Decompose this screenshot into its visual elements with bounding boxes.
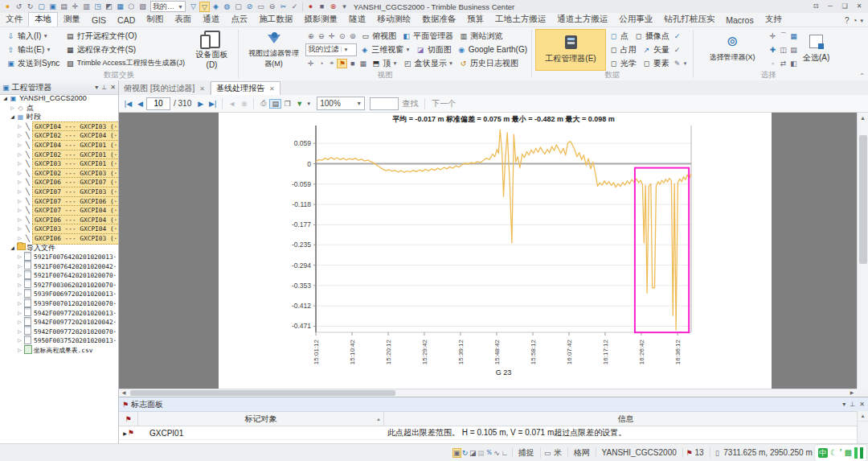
tree-item-file-1[interactable]: ▷5921F0076420201020042··· — [0, 262, 118, 272]
angle-status-icon[interactable]: ∟ — [501, 449, 509, 457]
expand-icon[interactable]: ▷ — [16, 281, 23, 290]
next-page-button[interactable]: ▶ — [194, 100, 207, 108]
history-log-button[interactable]: ↺历史日志视图 — [456, 56, 521, 70]
zoom-window-icon[interactable]: ⊙ — [337, 32, 347, 40]
expand-icon[interactable]: ▷ — [16, 216, 23, 225]
panel-menu-icon[interactable]: ▾ — [95, 84, 98, 91]
flag-filter-icon[interactable]: ⚑ — [337, 59, 347, 68]
select-invert-icon[interactable]: ⇄ — [778, 60, 788, 68]
select-half-icon[interactable]: ◧ — [788, 60, 799, 68]
expand-icon[interactable]: ▷ — [16, 346, 23, 356]
ribbon-tab-13[interactable]: 数据准备 — [416, 13, 461, 27]
prev-page-button[interactable]: ◀ — [134, 100, 146, 108]
new-doc-icon[interactable]: ▢ — [233, 2, 244, 12]
tree-item-file-4[interactable]: ▷5939F0069720201020013··· — [0, 290, 118, 299]
qat-filter-combo[interactable]: 我的… ▼ — [150, 1, 186, 12]
save-project-icon[interactable]: ▤ — [59, 2, 69, 12]
walk-icon[interactable]: ⌖ — [326, 59, 337, 68]
scrollbar-thumb[interactable] — [859, 135, 867, 264]
find-next-button[interactable]: 下一个 — [432, 98, 456, 109]
expand-icon[interactable]: ▷ — [16, 336, 23, 346]
expand-icon[interactable]: ▷ — [16, 253, 23, 262]
plan-view-qat-icon[interactable]: ▦ — [115, 2, 125, 12]
filter-active-icon[interactable]: ▽ — [199, 2, 210, 12]
open-project-icon[interactable]: ▣ — [47, 2, 58, 12]
minimize-button[interactable]: ─ — [823, 0, 837, 12]
project-explorer-button[interactable]: 工程管理器(E) — [535, 29, 606, 71]
ribbon-tab-16[interactable]: 通道土方搬运 — [551, 13, 613, 27]
points-button[interactable]: ◻点 — [606, 29, 631, 43]
expand-icon[interactable]: ▷ — [16, 318, 23, 327]
ribbon-tab-18[interactable]: 钻孔打桩压实 — [658, 13, 720, 27]
page-setup-icon[interactable]: ❐ — [281, 100, 293, 108]
qat-overflow-icon[interactable]: ▾ — [339, 2, 350, 12]
shade-icon[interactable]: ■ — [347, 60, 358, 68]
chevron-down-icon[interactable]: ▼ — [178, 4, 183, 10]
ribbon-tab-8[interactable]: 点云 — [225, 13, 253, 27]
data-check1-icon[interactable]: ✓ — [672, 32, 682, 40]
ribbon-tab-6[interactable]: 表面 — [169, 13, 197, 27]
eraser-icon[interactable]: ⊖ — [267, 2, 277, 12]
select-lasso-icon[interactable]: ⌒ — [778, 31, 788, 41]
select-add-icon[interactable]: ✚ — [768, 46, 778, 54]
last-page-button[interactable]: ▶| — [207, 100, 219, 108]
cutting-plane-button[interactable]: ◪切面图 — [413, 43, 454, 56]
ribbon-tab-1[interactable]: 本地 — [28, 12, 58, 27]
send-to-sync-button[interactable]: ▣发送到Sync — [3, 56, 63, 70]
ribbon-tab-2[interactable]: 测量 — [58, 13, 86, 27]
select-plus-icon[interactable]: ✛ — [768, 32, 778, 40]
globe-icon[interactable]: ◍ — [222, 2, 232, 12]
collapse-icon[interactable]: ◢ — [9, 244, 16, 253]
tree-item-file-5[interactable]: ▷5939F0070120201020070··· — [0, 299, 118, 309]
ribbon-tab-15[interactable]: 工地土方搬运 — [489, 13, 551, 27]
info-column-header[interactable]: 信息 — [384, 412, 868, 426]
tree-item-file-9[interactable]: ▷5950F0037520201020013··· — [0, 336, 118, 346]
top-view-button[interactable]: ⬒顶▼ — [368, 56, 399, 70]
save-remote-file-button[interactable]: ▦远程保存文件(S) — [63, 43, 187, 56]
camera-points-button[interactable]: ◻摄像点 — [631, 29, 672, 43]
features-button[interactable]: ◻要素 — [639, 56, 672, 70]
ribbon-options-icon[interactable]: ⊡ — [809, 0, 823, 12]
stop-button[interactable]: ⊗ — [238, 100, 250, 108]
expand-icon[interactable]: ▷ — [16, 187, 23, 197]
view-filter-manager-button[interactable]: 视图过滤器管理器(M) — [242, 29, 305, 71]
scrollbar-thumb[interactable] — [130, 390, 395, 396]
tree-item-project-root[interactable]: ◢▣YANSHI_CGCS2000 — [0, 94, 118, 104]
record-icon[interactable]: ● — [305, 2, 316, 12]
ribbon-tab-17[interactable]: 公用事业 — [613, 13, 658, 27]
chevron-down-icon[interactable]: ▾ — [860, 18, 863, 24]
expand-icon[interactable]: ▷ — [16, 131, 23, 141]
first-page-button[interactable]: |◀ — [122, 100, 134, 108]
import-button[interactable]: ⇩输入(I)▼ — [3, 29, 63, 43]
close-icon[interactable]: ✕ — [199, 85, 205, 93]
close-icon[interactable]: ✕ — [110, 84, 116, 91]
ribbon-collapse-icon[interactable]: ⌃ — [859, 72, 865, 80]
select-box-icon[interactable]: ◫ — [778, 46, 788, 54]
view-filter-combo[interactable]: 我的过滤▼ — [305, 43, 357, 56]
find-input[interactable] — [370, 97, 399, 110]
optical-button[interactable]: ◻光学 — [606, 56, 639, 70]
expand-icon[interactable]: ▷ — [16, 290, 23, 299]
expand-icon[interactable]: ▷ — [16, 271, 23, 281]
vertical-scrollbar[interactable]: ▲ — [857, 113, 868, 389]
ribbon-tab-7[interactable]: 通道 — [197, 13, 225, 27]
shade-status-icon[interactable]: ◪ — [469, 449, 477, 457]
tab-baseline-report[interactable]: 基线处理报告✕ — [211, 81, 280, 95]
refresh-icon[interactable]: ◩ — [104, 2, 114, 12]
plan-view-button[interactable]: ▭俯视图 — [358, 29, 399, 43]
flag-panel-scrollbar[interactable]: ▲ — [857, 411, 868, 443]
ribbon-tab-0[interactable]: 文件 — [0, 13, 28, 27]
report-qat-icon[interactable]: ▧ — [137, 2, 148, 12]
tree-item-file-8[interactable]: ▷5942F0097720201020070··· — [0, 327, 118, 337]
pen-icon[interactable]: ⊘ — [244, 2, 255, 12]
select-all-button[interactable]: 全选(A) — [799, 29, 833, 71]
3d-view-qat-icon[interactable]: ⬡ — [126, 2, 137, 12]
zoom-extents-icon[interactable]: ⊚ — [347, 32, 358, 40]
ribbon-tab-19[interactable]: Macros — [720, 14, 759, 27]
close-icon[interactable]: ✕ — [269, 85, 275, 93]
ime-chinese-icon[interactable]: 中 — [818, 448, 828, 458]
expand-icon[interactable]: ▷ — [16, 178, 23, 187]
screen-capture-icon[interactable]: ■ — [317, 2, 327, 12]
options-icon[interactable]: ✛ — [70, 2, 80, 12]
expand-icon[interactable]: ▷ — [16, 262, 23, 272]
